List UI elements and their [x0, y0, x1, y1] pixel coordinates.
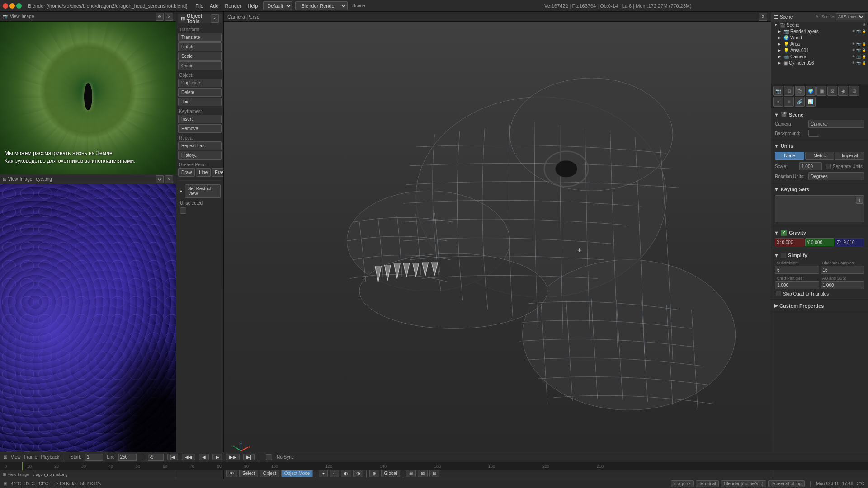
bl-image-btn[interactable]: Image — [20, 177, 33, 182]
task-blender[interactable]: Blender [/home/s...] — [721, 480, 766, 487]
scene-eye[interactable]: 👁 — [863, 23, 866, 27]
window-max-btn[interactable] — [16, 3, 22, 9]
prop-tab-render2[interactable]: ⊞ — [784, 86, 794, 96]
rl-icon1[interactable]: 👁 — [852, 29, 855, 33]
vp-shade4-btn[interactable]: ◑ — [353, 469, 363, 477]
keying-sets-header[interactable]: ▼ Keying Sets — [773, 185, 866, 193]
area-lock[interactable]: 🔒 — [862, 42, 866, 46]
tl-fwd-btn[interactable]: ▶▶ — [226, 454, 240, 460]
prop-tab-object[interactable]: ▣ — [816, 86, 826, 96]
join-btn[interactable]: Join — [178, 98, 222, 106]
tl-end-input[interactable] — [118, 454, 137, 461]
vp-icon2[interactable]: ⊠ — [418, 469, 428, 477]
bl-hdr-icon-2[interactable]: × — [165, 175, 173, 183]
cam-lock[interactable]: 🔒 — [862, 55, 866, 59]
cyl-lock[interactable]: 🔒 — [862, 61, 866, 65]
vp-shade3-btn[interactable]: ◐ — [341, 469, 351, 477]
tl-view-btn[interactable]: View — [11, 455, 21, 460]
keying-add-btn[interactable]: + — [856, 197, 863, 204]
task-dragon2[interactable]: dragon2 — [671, 480, 694, 487]
scale-prop-value[interactable]: 1.000 — [799, 162, 822, 170]
skip-quad-check[interactable] — [776, 291, 781, 296]
outliner-item-scene[interactable]: ▼ 🎬 Scene 👁 — [771, 22, 868, 28]
subdivision-value[interactable]: 6 — [775, 266, 819, 274]
no-sync-label[interactable]: No Sync — [277, 455, 294, 460]
scale-btn[interactable]: Scale — [178, 52, 222, 61]
simplify-header[interactable]: ▼ Simplify — [773, 251, 866, 259]
viewport-content[interactable]: ✛ X Y Z (-9) — [224, 22, 771, 479]
task-terminal[interactable]: Terminal — [696, 480, 719, 487]
bl-image-tab[interactable]: Image — [18, 472, 29, 477]
delete-btn[interactable]: Delete — [178, 88, 222, 97]
vp-object-btn[interactable]: Object — [260, 469, 279, 477]
prop-tab-phys[interactable]: ⚛ — [784, 97, 794, 107]
outliner-item-area[interactable]: ▶ 💡 Area 👁 📷 🔒 — [771, 41, 868, 47]
prop-tab-data[interactable]: 📊 — [806, 97, 816, 107]
vp-shade1-btn[interactable]: ● — [319, 469, 328, 477]
cam-cam[interactable]: 📷 — [856, 55, 861, 59]
vp-icon3[interactable]: ⊟ — [429, 469, 439, 477]
draw-btn[interactable]: Draw — [178, 168, 195, 177]
gravity-x-field[interactable]: X: 0.000 — [775, 238, 804, 246]
hdr-icon-1[interactable]: ⚙ — [156, 13, 164, 21]
gravity-header[interactable]: ▼ ✓ Gravity — [773, 228, 866, 237]
units-section-header[interactable]: ▼ Units — [773, 142, 866, 150]
outliner-item-cylinder[interactable]: ▶ ▣ Cylinder.026 👁 📷 🔒 — [771, 60, 868, 66]
custom-props-header[interactable]: ▶ Custom Properties — [773, 301, 866, 310]
bl-hdr-icon-1[interactable]: ⚙ — [156, 175, 164, 183]
units-metric-btn[interactable]: Metric — [805, 152, 835, 160]
units-none-btn[interactable]: None — [775, 152, 804, 160]
outliner-item-camera[interactable]: ▶ 📹 Camera 👁 📷 🔒 — [771, 53, 868, 60]
shadow-value[interactable]: 16 — [821, 266, 865, 274]
vp-select-btn[interactable]: Select — [239, 469, 258, 477]
menu-render[interactable]: Render — [222, 2, 244, 9]
tl-sync-toggle[interactable] — [266, 454, 272, 460]
units-imperial-btn[interactable]: Imperial — [835, 152, 864, 160]
duplicate-btn[interactable]: Duplicate — [178, 79, 222, 87]
prop-tab-world[interactable]: 🌍 — [806, 86, 816, 96]
prop-tab-part[interactable]: ✦ — [773, 97, 783, 107]
vp-view-btn[interactable]: 👁 — [226, 469, 237, 477]
main-viewport[interactable]: Camera Persp ⚙ — [224, 12, 771, 479]
rl-icon3[interactable]: 🔒 — [862, 29, 866, 33]
outliner-item-world[interactable]: ▶ 🌍 World — [771, 34, 868, 41]
tl-start-input[interactable] — [85, 454, 103, 461]
erase-btn[interactable]: Erase — [212, 168, 224, 177]
window-min-btn[interactable] — [9, 3, 15, 9]
tl-rewind-btn[interactable]: ◀◀ — [182, 454, 195, 460]
bg-prop-value[interactable] — [808, 130, 819, 137]
remove-btn[interactable]: Remove — [178, 124, 222, 133]
bl-view-tab[interactable]: View — [8, 472, 16, 477]
area001-cam[interactable]: 📷 — [856, 48, 861, 52]
tools-close-icon[interactable]: × — [211, 14, 219, 23]
prop-tab-scene[interactable]: 🎬 — [795, 86, 805, 96]
repeat-last-btn[interactable]: Repeat Last — [178, 141, 222, 150]
cam-eye[interactable]: 👁 — [852, 55, 855, 59]
translate-btn[interactable]: Translate — [178, 33, 222, 42]
gravity-z-field[interactable]: Z: -9.810 — [835, 238, 864, 246]
vp-shade2-btn[interactable]: ○ — [330, 469, 339, 477]
set-restrict-btn[interactable]: Set Restrict View — [185, 184, 221, 198]
tl-back-btn[interactable]: ◀ — [199, 454, 209, 460]
vp-global-btn[interactable]: Global — [381, 469, 401, 477]
window-close-btn[interactable] — [3, 3, 8, 9]
tl-playback-btn[interactable]: Playback — [41, 455, 59, 460]
task-screenshot[interactable]: Screenshot.jpg — [768, 480, 805, 487]
area-cam[interactable]: 📷 — [856, 42, 861, 46]
gravity-toggle[interactable]: ✓ — [781, 230, 787, 236]
ao-value[interactable]: 1.000 — [821, 281, 865, 289]
history-btn[interactable]: History... — [178, 151, 222, 160]
origin-btn[interactable]: Origin — [178, 61, 222, 70]
area001-eye[interactable]: 👁 — [852, 48, 855, 52]
outliner-item-area001[interactable]: ▶ 💡 Area.001 👁 📷 🔒 — [771, 47, 868, 53]
vp-hdr-icon[interactable]: ⚙ — [759, 13, 767, 21]
prop-tab-cons[interactable]: 🔗 — [795, 97, 805, 107]
menu-add[interactable]: Add — [207, 2, 222, 9]
tl-frame-input[interactable] — [148, 454, 164, 461]
gravity-y-field[interactable]: Y 0.000 — [805, 238, 835, 246]
vp-pivot-btn[interactable]: ⊕ — [369, 469, 379, 477]
menu-help[interactable]: Help — [245, 2, 261, 9]
menu-file[interactable]: File — [193, 2, 206, 9]
rotate-btn[interactable]: Rotate — [178, 42, 222, 51]
tl-next-btn[interactable]: ▶| — [243, 454, 255, 460]
